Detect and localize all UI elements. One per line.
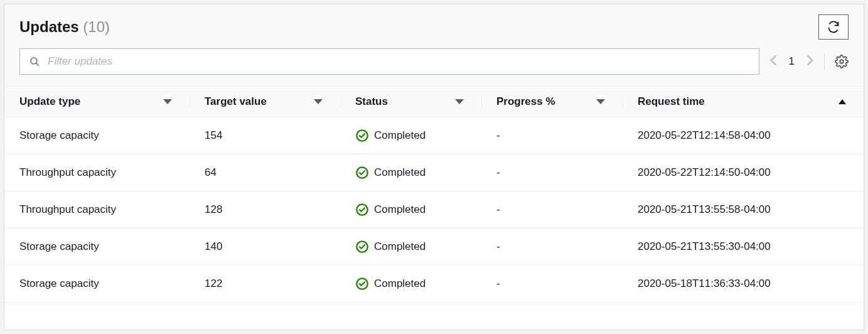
next-page-button[interactable] xyxy=(806,54,814,69)
column-label: Update type xyxy=(19,95,80,108)
search-box[interactable] xyxy=(19,48,759,75)
column-header-type[interactable]: Update type xyxy=(4,87,190,117)
cell-progress: - xyxy=(481,229,623,266)
cell-status: Completed xyxy=(340,117,481,154)
sort-desc-icon xyxy=(163,99,172,104)
check-circle-icon xyxy=(355,240,369,254)
cell-progress: - xyxy=(481,117,623,154)
cell-status: Completed xyxy=(340,266,481,303)
svg-point-2 xyxy=(840,60,844,63)
page-number: 1 xyxy=(789,55,795,68)
cell-target-value: 128 xyxy=(190,191,340,229)
panel-header: Updates (10) xyxy=(4,4,864,42)
search-icon xyxy=(29,56,40,67)
chevron-right-icon xyxy=(806,54,814,67)
search-input[interactable] xyxy=(46,55,750,68)
status-text: Completed xyxy=(374,277,426,290)
cell-target-value: 140 xyxy=(190,229,340,266)
cell-update-type: Throughput capacity xyxy=(4,154,190,191)
chevron-left-icon xyxy=(769,54,778,67)
cell-update-type: Throughput capacity xyxy=(4,191,190,229)
check-circle-icon xyxy=(355,129,369,143)
status-text: Completed xyxy=(374,166,426,179)
toolbar-divider xyxy=(824,53,825,70)
panel-title: Updates (10) xyxy=(19,18,110,36)
updates-panel: Updates (10) 1 xyxy=(4,4,864,330)
cell-progress: - xyxy=(481,266,623,303)
refresh-button[interactable] xyxy=(818,14,849,40)
title-text: Updates xyxy=(19,18,79,35)
refresh-icon xyxy=(827,21,840,33)
column-header-request-time[interactable]: Request time xyxy=(623,87,864,117)
gear-icon xyxy=(835,55,849,68)
cell-update-type: Storage capacity xyxy=(4,266,190,303)
column-label: Target value xyxy=(205,95,267,108)
status-text: Completed xyxy=(374,240,426,253)
column-label: Request time xyxy=(638,95,705,108)
updates-table: Update type Target value Status xyxy=(4,86,864,303)
pagination: 1 xyxy=(769,54,814,69)
cell-request-time: 2020-05-21T13:55:58-04:00 xyxy=(623,191,864,229)
column-header-status[interactable]: Status xyxy=(340,87,481,117)
settings-button[interactable] xyxy=(835,55,849,68)
cell-target-value: 122 xyxy=(190,266,340,303)
column-header-target[interactable]: Target value xyxy=(190,87,340,117)
cell-request-time: 2020-05-22T12:14:50-04:00 xyxy=(623,154,864,191)
svg-line-1 xyxy=(36,63,38,65)
table-row: Storage capacity122Completed-2020-05-18T… xyxy=(4,266,864,303)
table-row: Throughput capacity128Completed-2020-05-… xyxy=(4,191,864,229)
title-count: (10) xyxy=(83,18,110,35)
cell-update-type: Storage capacity xyxy=(4,117,190,154)
cell-status: Completed xyxy=(340,229,481,266)
table-row: Throughput capacity64Completed-2020-05-2… xyxy=(4,154,864,191)
svg-point-0 xyxy=(31,58,37,64)
cell-progress: - xyxy=(481,154,623,191)
column-label: Status xyxy=(355,95,388,108)
cell-status: Completed xyxy=(340,154,481,191)
cell-target-value: 154 xyxy=(190,117,340,154)
check-circle-icon xyxy=(355,166,369,180)
column-label: Progress % xyxy=(496,95,555,108)
status-text: Completed xyxy=(374,203,426,216)
cell-request-time: 2020-05-18T11:36:33-04:00 xyxy=(623,266,864,303)
sort-asc-icon xyxy=(839,99,846,104)
sort-desc-icon xyxy=(314,99,323,104)
cell-request-time: 2020-05-22T12:14:58-04:00 xyxy=(623,117,864,154)
cell-status: Completed xyxy=(340,191,481,229)
prev-page-button[interactable] xyxy=(769,54,778,69)
cell-progress: - xyxy=(481,191,623,229)
table-row: Storage capacity140Completed-2020-05-21T… xyxy=(4,229,864,266)
sort-desc-icon xyxy=(596,99,605,104)
column-header-progress[interactable]: Progress % xyxy=(481,87,623,117)
status-text: Completed xyxy=(374,129,426,142)
cell-request-time: 2020-05-21T13:55:30-04:00 xyxy=(623,229,864,266)
check-circle-icon xyxy=(355,203,369,217)
check-circle-icon xyxy=(355,277,369,291)
cell-target-value: 64 xyxy=(190,154,340,191)
toolbar: 1 xyxy=(4,42,864,86)
cell-update-type: Storage capacity xyxy=(4,229,190,266)
sort-desc-icon xyxy=(455,99,464,104)
table-row: Storage capacity154Completed-2020-05-22T… xyxy=(4,117,864,154)
